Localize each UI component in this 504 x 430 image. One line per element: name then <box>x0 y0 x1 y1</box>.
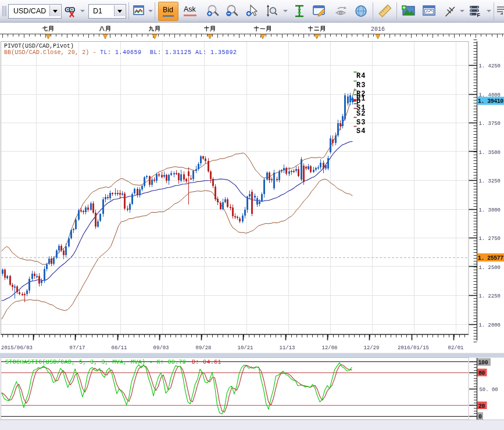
svg-text:AL: 1.35892: AL: 1.35892 <box>195 49 237 56</box>
svg-text:80: 80 <box>478 370 485 377</box>
svg-text:2016: 2016 <box>371 26 385 33</box>
svg-text:10/21: 10/21 <box>237 345 253 351</box>
svg-text:BB(USD/CAD.Close, 20, 2) -: BB(USD/CAD.Close, 20, 2) - <box>4 49 96 56</box>
svg-text:D: 04.61: D: 04.61 <box>192 359 221 365</box>
svg-text:07/17: 07/17 <box>69 345 85 351</box>
svg-text:BL: 1.31125: BL: 1.31125 <box>150 49 192 56</box>
svg-text:1. 2000: 1. 2000 <box>479 322 501 328</box>
svg-text:R3: R3 <box>356 81 366 89</box>
svg-text:0: 0 <box>478 414 482 420</box>
svg-text:1. 3250: 1. 3250 <box>479 178 501 184</box>
svg-text:F: F <box>477 12 481 18</box>
svg-text:S2: S2 <box>356 110 366 118</box>
svg-text:1. 3750: 1. 3750 <box>479 121 501 127</box>
svg-text:02/01: 02/01 <box>448 345 463 351</box>
svg-text:S3: S3 <box>356 119 366 127</box>
svg-text:20: 20 <box>478 403 485 410</box>
svg-text:1. 2750: 1. 2750 <box>479 236 501 242</box>
svg-text:12/08: 12/08 <box>321 345 337 351</box>
svg-text:09/28: 09/28 <box>195 345 211 351</box>
svg-text:R4: R4 <box>356 72 366 80</box>
svg-text:1. 3000: 1. 3000 <box>479 207 501 213</box>
svg-text:1. 4250: 1. 4250 <box>479 63 501 69</box>
svg-text:TL: 1.40659: TL: 1.40659 <box>100 49 142 56</box>
svg-text:1. 2500: 1. 2500 <box>479 265 501 271</box>
svg-text:1. 3500: 1. 3500 <box>479 150 501 156</box>
svg-text:2016/01/15: 2016/01/15 <box>398 345 429 351</box>
svg-text:11/13: 11/13 <box>279 345 295 351</box>
svg-text:1. 39410: 1. 39410 <box>478 98 503 105</box>
svg-text:S4: S4 <box>356 127 366 135</box>
svg-text:1. 2250: 1. 2250 <box>479 293 501 299</box>
svg-text:2015/06/03: 2015/06/03 <box>1 345 33 351</box>
svg-text:PIVOT(USD/CAD,Pivot): PIVOT(USD/CAD,Pivot) <box>4 43 74 49</box>
svg-text:1. 25577: 1. 25577 <box>478 255 503 261</box>
svg-text:50. 00: 50. 00 <box>480 387 498 393</box>
svg-text:100: 100 <box>478 360 488 366</box>
svg-text:08/11: 08/11 <box>111 345 127 351</box>
svg-text:12/29: 12/29 <box>363 345 379 351</box>
svg-text:STOCHASTIC(USD/CAD, 5, 3, 3, M: STOCHASTIC(USD/CAD, 5, 3, 3, MVA, MVA) -… <box>5 359 186 365</box>
svg-text:09/03: 09/03 <box>153 345 169 351</box>
